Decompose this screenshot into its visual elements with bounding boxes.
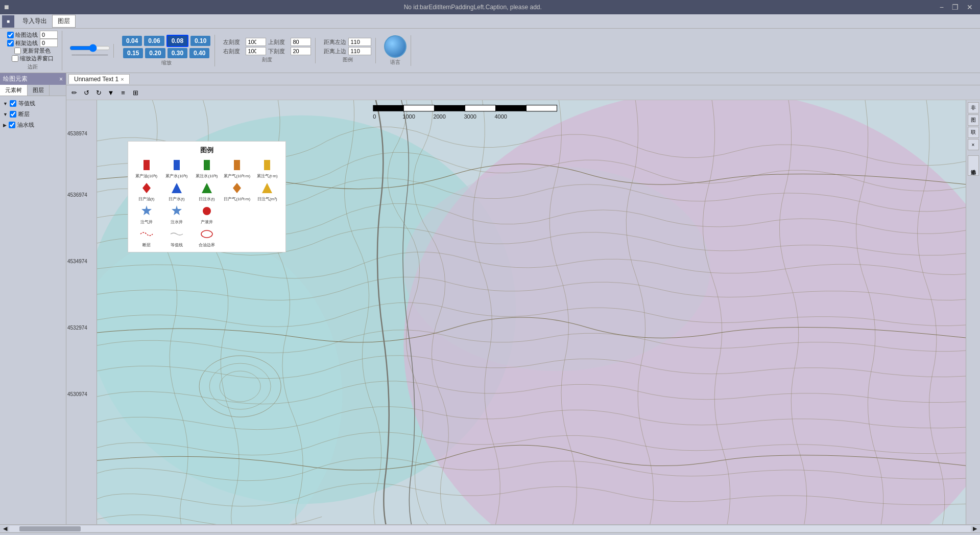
- panel-close-icon[interactable]: ×: [59, 76, 63, 83]
- rp-btn-2[interactable]: 联: [968, 127, 979, 138]
- layer-list: ▼ 等值线 ▼ 断层 ▶ 油水线: [0, 96, 66, 132]
- legend-symbol-17: [200, 227, 214, 241]
- legend-symbol-15: [139, 227, 154, 241]
- bottom-margin-input[interactable]: [291, 47, 311, 55]
- svg-text:0: 0: [373, 113, 376, 120]
- rp-btn-1[interactable]: 图: [968, 114, 979, 126]
- layer-item-contour[interactable]: ▼ 等值线: [0, 98, 66, 109]
- dist-top-input[interactable]: [348, 47, 371, 55]
- dropdown-icon-btn[interactable]: ▼: [105, 87, 116, 98]
- legend-symbol-4: [260, 158, 274, 172]
- svg-marker-29: [172, 205, 182, 215]
- language-button[interactable]: [384, 35, 407, 58]
- menu-import-export[interactable]: 导入导出: [17, 15, 52, 27]
- hscroll-thumb[interactable]: [19, 526, 81, 531]
- scale-040[interactable]: 0.40: [189, 48, 209, 58]
- scale-010[interactable]: 0.10: [190, 36, 210, 46]
- dist-left-label: 距离左边: [324, 38, 346, 46]
- minimize-button[interactable]: −: [937, 2, 947, 12]
- layer-check-oilwater[interactable]: [9, 122, 15, 128]
- edit-icon-btn[interactable]: ✏: [68, 87, 80, 98]
- toolbar: 绘图边线 框架边线 更新背景色 缩放边界窗口 边距 ──: [0, 29, 980, 73]
- rp-btn-3[interactable]: ×: [968, 139, 979, 150]
- app-icon: ■: [4, 3, 9, 12]
- app-menu-icon[interactable]: ■: [2, 15, 14, 28]
- svg-marker-23: [142, 183, 151, 193]
- map-tab-unnamed[interactable]: Unnamed Text 1 ×: [68, 74, 130, 84]
- layer-item-oilwater[interactable]: ▶ 油水线: [0, 120, 66, 130]
- panel-tabs: 元素树 图层: [0, 85, 66, 96]
- y-axis: 4538974 4536974 4534974 4532974 4530974: [66, 100, 97, 524]
- diagram-group-label: 图例: [343, 56, 353, 63]
- svg-rect-20: [204, 160, 210, 170]
- top-margin-input[interactable]: [291, 38, 311, 46]
- legend-item-14: [253, 204, 281, 225]
- menu-layers[interactable]: 图层: [52, 15, 76, 28]
- rp-btn-0[interactable]: 非: [968, 102, 979, 113]
- grid-icon-btn[interactable]: ≡: [117, 87, 129, 98]
- layout-icon-btn[interactable]: ⊞: [130, 87, 141, 98]
- y-label-0: 4538974: [67, 131, 87, 136]
- legend-item-9: 日注气(m³): [253, 181, 281, 202]
- hscroll-right-btn[interactable]: ▶: [971, 525, 979, 532]
- legend-symbol-0: [139, 158, 154, 172]
- layer-item-fault[interactable]: ▼ 断层: [0, 109, 66, 120]
- rp-btn-4[interactable]: 添选动: [968, 155, 979, 176]
- map-with-yaxis: 4538974 4536974 4534974 4532974 4530974: [66, 100, 980, 524]
- hscroll-left-btn[interactable]: ◀: [1, 525, 9, 532]
- legend-grid: 累产油(10³t) 累产水(10³t) 累注水(10: [132, 158, 281, 248]
- draw-edge-checkbox[interactable]: 绘图边线: [7, 31, 38, 39]
- hscroll-track[interactable]: [9, 526, 971, 532]
- draw-edge-value[interactable]: [40, 31, 58, 39]
- right-margin-label: 右刻度: [223, 48, 244, 55]
- expand-icon-fault: ▼: [3, 112, 8, 117]
- framework-edge-value[interactable]: [40, 39, 58, 47]
- right-margin-input[interactable]: [246, 47, 266, 55]
- svg-rect-18: [144, 160, 150, 170]
- toolbar-edge-group: 绘图边线 框架边线 更新背景色 缩放边界窗口 边距: [3, 31, 62, 71]
- resize-checkbox[interactable]: 缩放边界窗口: [12, 55, 54, 62]
- update-bg-input[interactable]: [14, 48, 21, 54]
- scale-row2: 0.15 0.20 0.30 0.40: [123, 48, 209, 58]
- map-area[interactable]: 0 1000 2000 3000 4000 图例: [97, 100, 966, 524]
- framework-edge-input[interactable]: [7, 40, 14, 46]
- legend-symbol-13: [230, 204, 244, 218]
- layer-check-fault[interactable]: [10, 111, 16, 118]
- scale-020[interactable]: 0.20: [145, 48, 165, 58]
- restore-button[interactable]: ❐: [949, 2, 962, 12]
- legend-symbol-8: [230, 181, 244, 195]
- undo-icon-btn[interactable]: ↺: [81, 87, 92, 98]
- panel-header: 绘图元素 ×: [0, 73, 66, 85]
- scale-008[interactable]: 0.08: [166, 35, 188, 47]
- legend-item-7: 日注水(t): [193, 181, 221, 202]
- draw-edge-input[interactable]: [7, 32, 14, 38]
- legend-label-11: 注水井: [171, 219, 183, 225]
- horizontal-scrollbar[interactable]: ◀ ▶: [0, 524, 980, 532]
- scale-004[interactable]: 0.04: [122, 36, 142, 46]
- map-tab-close-icon[interactable]: ×: [121, 76, 124, 82]
- scale-015[interactable]: 0.15: [123, 48, 143, 58]
- scale-006[interactable]: 0.06: [144, 36, 164, 46]
- main-area: 绘图元素 × 元素树 图层 ▼ 等值线 ▼ 断层 ▶ 油水线: [0, 73, 980, 524]
- resize-input[interactable]: [12, 55, 18, 62]
- redo-icon-btn[interactable]: ↻: [93, 87, 104, 98]
- close-button[interactable]: ✕: [964, 2, 976, 12]
- update-bg-checkbox[interactable]: 更新背景色: [14, 47, 51, 55]
- zoom-slider[interactable]: [69, 44, 110, 52]
- layer-label-oilwater: 油水线: [17, 121, 34, 129]
- legend-symbol-16: [170, 227, 184, 241]
- svg-rect-21: [234, 160, 240, 170]
- toolbar-language-group: 语言: [380, 35, 411, 66]
- legend-label-15: 断层: [142, 242, 151, 248]
- layer-check-contour[interactable]: [10, 100, 16, 107]
- legend-item-0: 累产油(10³t): [132, 158, 160, 179]
- framework-edge-checkbox[interactable]: 框架边线: [7, 39, 38, 47]
- left-margin-input[interactable]: [246, 38, 266, 46]
- legend-symbol-6: [170, 181, 184, 195]
- tab-layers[interactable]: 图层: [28, 85, 50, 96]
- edge-group-label: 边距: [28, 63, 38, 71]
- tab-element-tree[interactable]: 元素树: [0, 85, 28, 96]
- legend-label-5: 日产油(t): [138, 196, 155, 202]
- scale-030[interactable]: 0.30: [168, 48, 187, 58]
- dist-left-input[interactable]: [348, 38, 371, 46]
